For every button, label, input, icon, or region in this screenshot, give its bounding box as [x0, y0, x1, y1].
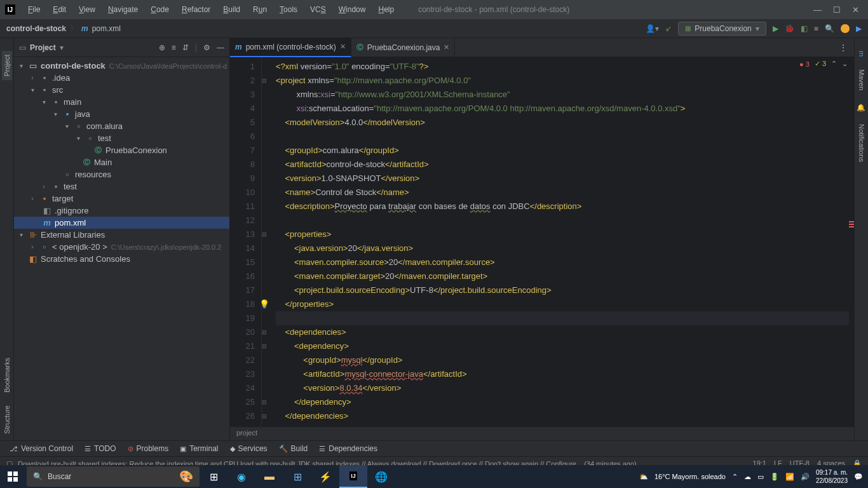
- run-config-selector[interactable]: ▦ PruebaConexion ▾: [678, 22, 766, 36]
- select-opened-icon[interactable]: ⊕: [159, 43, 165, 52]
- tool-bookmarks[interactable]: Bookmarks: [3, 358, 11, 393]
- menu-vcs[interactable]: VCS: [305, 3, 331, 17]
- code-editor[interactable]: 1234567891011121314151617181920212223242…: [230, 57, 854, 426]
- tree-root[interactable]: ▾▭control-de-stockC:\Cursos\Java\IdeaPro…: [14, 60, 229, 72]
- ide-updates-icon[interactable]: [841, 24, 850, 33]
- dropdown-icon[interactable]: ▾: [60, 43, 64, 52]
- tool-build[interactable]: 🔨Build: [279, 444, 308, 453]
- expand-all-icon[interactable]: ≡: [172, 43, 176, 52]
- tree-pkg[interactable]: ▾▫com.alura: [14, 120, 229, 132]
- coverage-icon[interactable]: ◧: [801, 24, 808, 33]
- weather-icon[interactable]: ⛅: [639, 473, 648, 481]
- close-icon[interactable]: ✕: [852, 5, 859, 15]
- tool-version-control[interactable]: ⎇Version Control: [10, 444, 73, 453]
- tool-terminal[interactable]: ▣Terminal: [180, 444, 218, 453]
- search-icon: 🔍: [33, 472, 43, 481]
- tree-main[interactable]: ▾▪main: [14, 96, 229, 108]
- chrome-icon[interactable]: 🌐: [367, 465, 395, 488]
- tray-onedrive-icon[interactable]: ☁: [744, 473, 751, 481]
- tree-resources[interactable]: ▫resources: [14, 168, 229, 180]
- tool-problems[interactable]: ⊘Problems: [128, 444, 169, 453]
- maximize-icon[interactable]: ☐: [833, 5, 841, 15]
- tray-chevron-icon[interactable]: ⌃: [732, 473, 738, 481]
- menu-build[interactable]: Build: [218, 3, 245, 17]
- user-icon[interactable]: 👤▾: [646, 24, 659, 33]
- hide-icon[interactable]: —: [217, 43, 224, 52]
- tab-menu-icon[interactable]: ⋮: [832, 43, 854, 53]
- menu-code[interactable]: Code: [146, 3, 174, 17]
- search-icon[interactable]: 🔍: [825, 24, 834, 33]
- run-icon[interactable]: ▶: [773, 24, 778, 33]
- store-icon[interactable]: ⊞: [283, 465, 311, 488]
- tool-dependencies[interactable]: ☰Dependencies: [319, 444, 377, 453]
- menu-file[interactable]: File: [23, 3, 45, 17]
- tab-prueba[interactable]: ⒸPruebaConexion.java✕: [351, 38, 456, 57]
- intention-bulb-icon[interactable]: 💡: [259, 299, 269, 309]
- intellij-icon[interactable]: IJ: [339, 465, 367, 488]
- taskbar-search[interactable]: 🔍Buscar🎨: [27, 466, 200, 487]
- close-tab-icon[interactable]: ✕: [444, 43, 449, 51]
- breadcrumb-sep: 〉: [70, 23, 78, 34]
- tray-volume-icon[interactable]: 🔊: [801, 473, 810, 481]
- project-tree[interactable]: ▾▭control-de-stockC:\Cursos\Java\IdeaPro…: [14, 57, 229, 440]
- tool-services[interactable]: ◆Services: [230, 444, 268, 453]
- menu-edit[interactable]: Edit: [48, 3, 71, 17]
- tray-wifi-icon[interactable]: 📶: [785, 473, 794, 481]
- clock[interactable]: 09:17 a. m.22/08/2023: [816, 468, 848, 485]
- debug-icon[interactable]: 🐞: [785, 24, 794, 33]
- tool-maven[interactable]: Maven: [858, 69, 865, 90]
- code-content[interactable]: <?xml version="1.0" encoding="UTF-8"?> <…: [271, 57, 854, 426]
- run-anything-icon[interactable]: ▶: [856, 24, 862, 33]
- tree-pc[interactable]: ⒸPruebaConexion: [14, 144, 229, 156]
- tool-notifications[interactable]: Notifications: [858, 124, 865, 162]
- tray-meet-icon[interactable]: ▭: [757, 473, 764, 481]
- tool-project[interactable]: Project: [2, 51, 12, 80]
- tree-jdk[interactable]: ›▫< openjdk-20 >C:\Users\crazy\.jdks\ope…: [14, 241, 229, 253]
- tree-test[interactable]: ▾▫test: [14, 132, 229, 144]
- start-button[interactable]: [0, 465, 25, 488]
- fold-gutter[interactable]: ⊟⊟⊟⊟⊟⊟⊟: [262, 57, 271, 426]
- tray-battery-icon[interactable]: 🔋: [770, 473, 779, 481]
- collapse-all-icon[interactable]: ⇵: [182, 43, 189, 52]
- minimize-icon[interactable]: —: [813, 5, 822, 15]
- menu-window[interactable]: Window: [334, 3, 371, 17]
- menu-view[interactable]: View: [74, 3, 100, 17]
- menu-navigate[interactable]: Navigate: [103, 3, 143, 17]
- main-menu: File Edit View Navigate Code Refactor Bu…: [23, 3, 399, 17]
- close-tab-icon[interactable]: ✕: [340, 43, 346, 51]
- tree-gitignore[interactable]: ◧.gitignore: [14, 205, 229, 217]
- editor-breadcrumb[interactable]: project: [230, 426, 854, 440]
- tree-target[interactable]: ›▪target: [14, 193, 229, 205]
- tool-todo[interactable]: ☰TODO: [85, 444, 116, 453]
- notifications-icon[interactable]: 💬: [854, 473, 863, 481]
- tool-structure[interactable]: Structure: [3, 405, 11, 434]
- tree-pom[interactable]: mpom.xml: [14, 217, 229, 229]
- tree-idea[interactable]: ›▪.idea: [14, 72, 229, 84]
- nav-toolbar: control-de-stock 〉 m pom.xml 👤▾ ↙ ▦ Prue…: [0, 19, 868, 38]
- settings-icon[interactable]: ⚙: [203, 43, 210, 52]
- tree-extlib[interactable]: ▾⊪External Libraries: [14, 229, 229, 241]
- taskview-icon[interactable]: ⊞: [200, 465, 227, 488]
- project-title[interactable]: Project: [30, 43, 56, 52]
- tab-pom[interactable]: mpom.xml (control-de-stock)✕: [230, 38, 351, 57]
- svg-rect-1: [13, 471, 18, 476]
- breadcrumb-file[interactable]: pom.xml: [92, 24, 121, 33]
- weather-text[interactable]: 16°C Mayorm. soleado: [654, 473, 726, 480]
- error-stripe[interactable]: [849, 57, 854, 426]
- tree-testdir[interactable]: ›▪test: [14, 180, 229, 193]
- menu-help[interactable]: Help: [373, 3, 399, 17]
- breadcrumb-root[interactable]: control-de-stock: [6, 24, 66, 33]
- tree-src[interactable]: ▾▪src: [14, 84, 229, 96]
- tree-scratch[interactable]: ◧Scratches and Consoles: [14, 253, 229, 265]
- menu-refactor[interactable]: Refactor: [177, 3, 215, 17]
- app-icon[interactable]: ⚡: [311, 465, 339, 488]
- inspection-widget[interactable]: ● 3 ✓ 3 ⌃⌄: [799, 60, 848, 68]
- explorer-icon[interactable]: ▬: [255, 465, 283, 488]
- menu-tools[interactable]: Tools: [275, 3, 302, 17]
- tree-main-class[interactable]: ⒸMain: [14, 156, 229, 168]
- tree-java[interactable]: ▾▪java: [14, 108, 229, 120]
- edge-icon[interactable]: ◉: [227, 465, 255, 488]
- update-icon[interactable]: ↙: [665, 24, 672, 33]
- menu-run[interactable]: Run: [248, 3, 272, 17]
- stop-icon[interactable]: ■: [814, 24, 818, 33]
